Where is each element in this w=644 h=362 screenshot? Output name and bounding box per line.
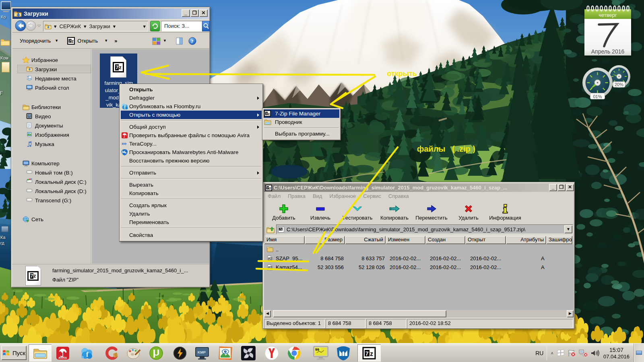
svg-text:AVIRA: AVIRA bbox=[58, 356, 67, 359]
svg-text:7: 7 bbox=[267, 186, 269, 190]
svg-text:f: f bbox=[86, 351, 89, 358]
svg-text:7: 7 bbox=[69, 39, 71, 43]
svg-text:7z: 7z bbox=[269, 267, 271, 269]
svg-text:7: 7 bbox=[365, 350, 369, 356]
svg-text:z: z bbox=[268, 112, 270, 116]
svg-text:z: z bbox=[370, 350, 373, 357]
svg-text:99: 99 bbox=[315, 348, 319, 352]
svg-text:z: z bbox=[72, 39, 74, 43]
svg-text:Апрель 2016: Апрель 2016 bbox=[591, 48, 625, 55]
svg-text:KMP: KMP bbox=[198, 350, 206, 354]
svg-text:7z: 7z bbox=[269, 258, 271, 260]
svg-text:7: 7 bbox=[266, 112, 268, 115]
svg-text:01%: 01% bbox=[593, 94, 602, 99]
svg-text:четверг: четверг bbox=[599, 12, 617, 18]
svg-text:20%: 20% bbox=[615, 82, 623, 87]
svg-text:z: z bbox=[269, 186, 271, 190]
svg-text:?: ? bbox=[191, 38, 194, 44]
